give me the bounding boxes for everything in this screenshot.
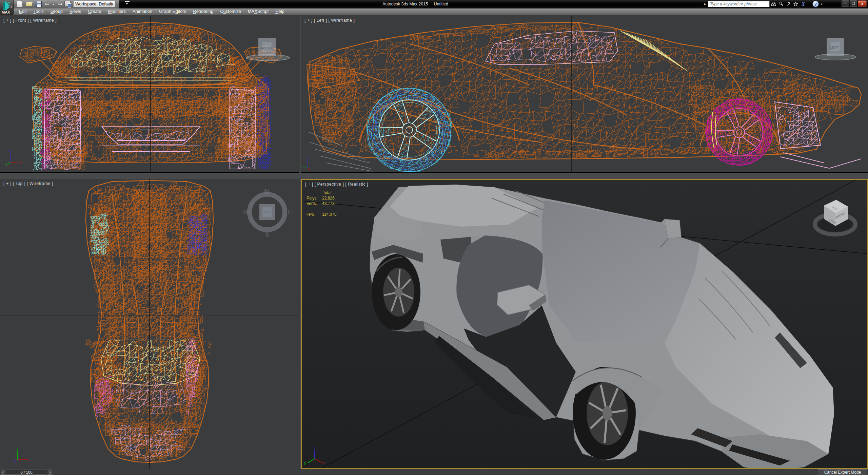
svg-text:X: X	[801, 2, 805, 7]
svg-text:x: x	[20, 160, 22, 164]
svg-text:N: N	[264, 188, 269, 195]
svg-text:S: S	[265, 231, 269, 238]
svg-text:x: x	[323, 461, 324, 465]
svg-text:E: E	[288, 208, 292, 216]
svg-text:FRONT: FRONT	[260, 46, 273, 50]
svg-text:z: z	[314, 446, 315, 450]
svg-text:LEFT: LEFT	[830, 45, 839, 50]
svg-text:y: y	[5, 163, 7, 166]
svg-text:y: y	[304, 461, 306, 465]
svg-text:z: z	[9, 149, 11, 153]
svg-text:TOP: TOP	[263, 210, 271, 214]
svg-text:W: W	[243, 208, 249, 216]
svg-text:z: z	[307, 155, 309, 159]
svg-text:z: z	[14, 459, 16, 463]
svg-text:x: x	[27, 458, 29, 462]
svg-text:y: y	[17, 447, 18, 451]
